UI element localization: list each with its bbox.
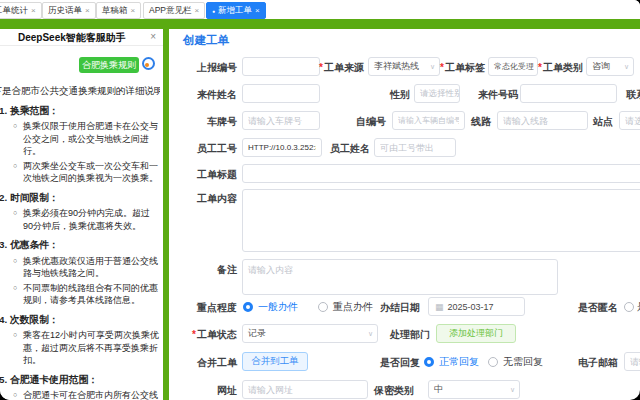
rules-intro: 以下是合肥市公共交通换乘规则的详细说明： (0, 85, 160, 98)
input-shangbao[interactable] (242, 57, 320, 76)
green-vertical-separator (163, 29, 169, 400)
rule-item: ○两次乘坐公交车或一次公交车和一次地铁之间的换乘视为一次换乘。 (0, 160, 160, 185)
assistant-title: DeepSeek智能客服助手 (18, 31, 126, 45)
chevron-down-icon: ∨ (430, 63, 435, 71)
rule-section-heading: 4. 次数限制： (0, 314, 160, 327)
assistant-avatar-icon (142, 57, 155, 70)
field-label-zibianhao: 自编号 (352, 115, 386, 129)
transfer-rules-button[interactable]: 合肥换乘规则 (79, 57, 139, 73)
field-label-beizhu: 备注 (170, 263, 237, 277)
field-label-hebing: 合并工单 (170, 356, 237, 370)
input-laijian-xingming[interactable] (242, 84, 320, 103)
field-label-chepai: 车牌号 (170, 115, 237, 129)
tab-label: 历史话单 (48, 5, 82, 17)
radio-wuxu-huifu[interactable] (488, 357, 498, 367)
merge-ticket-button[interactable]: 合并到工单 (242, 352, 308, 371)
field-label-laiyuan: *工单来源 (316, 61, 364, 75)
radio-label-yiban[interactable]: 一般办件 (258, 300, 298, 314)
rule-section-heading: 1. 换乘范围： (0, 105, 160, 118)
field-label-xingbie: 性别 (368, 88, 410, 102)
chevron-down-icon: ∨ (624, 63, 629, 71)
bullet-icon: ○ (13, 207, 17, 220)
green-divider-band (0, 19, 640, 29)
rule-item: ○换乘必须在90分钟内完成。超过90分钟后，换乘优惠将失效。 (0, 207, 160, 232)
tab-label: APP意见栏 (149, 5, 192, 17)
tab-caogaoxiang[interactable]: 草稿箱× (96, 2, 141, 19)
field-label-zhongdian: 重点程度 (170, 301, 237, 315)
close-icon[interactable]: × (195, 6, 200, 15)
bullet-icon: ○ (13, 329, 17, 342)
input-gonghao[interactable] (242, 138, 322, 157)
radio-zhongdian-banjian[interactable] (318, 302, 328, 312)
field-label-youxiang: 电子邮箱 (576, 356, 618, 370)
field-label-huifu: 是否回复 (378, 356, 420, 370)
add-department-button[interactable]: 添加处理部门 (436, 324, 516, 343)
rule-item: ○合肥通卡可在合肥市内所有公交线路和地铁线路中使用。 (0, 389, 160, 400)
radio-label-wuxu[interactable]: 无需回复 (503, 355, 543, 369)
field-label-xianlu: 线路 (467, 115, 491, 129)
input-zhandian[interactable] (619, 111, 640, 130)
rule-item: ○不同票制的线路组合有不同的优惠规则，请参考具体线路信息。 (0, 282, 160, 307)
tab-lishi-huadan[interactable]: 历史话单× (42, 2, 96, 19)
tab-gongdan-tongji[interactable]: 工单统计× (0, 2, 42, 19)
tab-xinzeng-gongdan[interactable]: ●新增工单× (206, 2, 266, 19)
bullet-icon: ○ (13, 120, 17, 133)
textarea-beizhu[interactable] (242, 259, 558, 295)
select-baomi-leibie[interactable]: 中∨ (428, 380, 520, 399)
chevron-down-icon: ∨ (510, 386, 515, 394)
field-label-chuli-bumen: 处理部门 (388, 328, 430, 342)
select-gongdan-laiyuan[interactable]: 李祥斌热线∨ (368, 57, 440, 76)
calendar-icon: ▦ (435, 302, 444, 312)
input-zibianhao[interactable] (392, 111, 465, 130)
date-input-banjie[interactable]: ▦2025-03-17 (428, 297, 525, 316)
app-window: 工单统计× 历史话单× 草稿箱× APP意见栏× ●新增工单× DeepSeek… (0, 0, 640, 400)
tab-app-yijianlan[interactable]: APP意见栏× (143, 2, 205, 19)
input-youxiang[interactable] (624, 352, 640, 371)
radio-label-zhongdian[interactable]: 重点办件 (333, 300, 373, 314)
field-label-zhuangtai: *工单状态 (166, 328, 237, 342)
bullet-icon: ○ (13, 160, 17, 173)
field-label-laijian-xingming: 来件姓名 (170, 88, 237, 102)
radio-niming-shi[interactable] (624, 302, 634, 312)
rule-item: ○换乘优惠政策仅适用于普通公交线路与地铁线路之间。 (0, 255, 160, 280)
input-laijian-haoma[interactable] (520, 84, 617, 103)
field-label-zhandian: 站点 (589, 115, 613, 129)
close-icon[interactable]: × (255, 6, 260, 15)
field-label-baomi: 保密类别 (374, 384, 414, 398)
field-label-leibie: *工单类别 (538, 61, 582, 75)
close-icon[interactable]: × (85, 6, 90, 15)
close-icon[interactable]: × (150, 31, 156, 42)
radio-yiban-banjian[interactable] (243, 302, 253, 312)
close-icon[interactable]: × (31, 6, 36, 15)
field-label-wangzhi: 网址 (170, 384, 237, 398)
input-xianlu[interactable] (497, 111, 588, 130)
bullet-icon: ○ (13, 389, 17, 400)
bullet-icon: ○ (13, 255, 17, 268)
field-label-niming: 是否匿名 (576, 301, 618, 315)
input-chepai[interactable] (242, 111, 320, 130)
tab-bar: 工单统计× 历史话单× 草稿箱× APP意见栏× ●新增工单× (0, 0, 640, 19)
rule-item: ○乘客在12小时内可享受两次换乘优惠，超过两次后将不再享受换乘折扣。 (0, 329, 160, 367)
field-label-neirong: 工单内容 (170, 192, 237, 206)
field-label-biaoqian: *工单标签 (440, 61, 484, 75)
field-label-biaoti: 工单标题 (170, 168, 237, 182)
radio-zhengchang-huifu[interactable] (424, 357, 434, 367)
field-label-laijian-haoma: 来件号码 (478, 88, 514, 102)
textarea-gongdan-neirong[interactable] (242, 189, 640, 252)
input-wangzhi[interactable] (242, 380, 368, 399)
avatar-dot (145, 63, 149, 67)
select-gongdan-zhuangtai[interactable]: 记录∨ (242, 324, 378, 343)
input-gongdan-biaoti[interactable] (242, 164, 640, 183)
radio-label-zhengchang[interactable]: 正常回复 (439, 355, 479, 369)
select-gongdan-leibie[interactable]: 咨询∨ (586, 57, 634, 76)
rule-section-heading: 5. 合肥通卡使用范围： (0, 374, 160, 387)
field-label-yuangong-xingming: 员工姓名 (330, 142, 368, 156)
active-dot-icon: ● (212, 8, 215, 14)
select-xingbie[interactable]: 请选择性别∨ (414, 84, 460, 103)
field-label-banjie: 办结日期 (378, 301, 420, 315)
close-icon[interactable]: × (131, 6, 136, 15)
field-label-lianxi-dianhua: 联系电话 (626, 88, 640, 102)
input-yuangong-xingming[interactable] (374, 138, 456, 157)
select-gongdan-biaoqian[interactable]: 常态化受理∨ (488, 57, 538, 76)
tab-label: 新增工单 (218, 5, 252, 17)
